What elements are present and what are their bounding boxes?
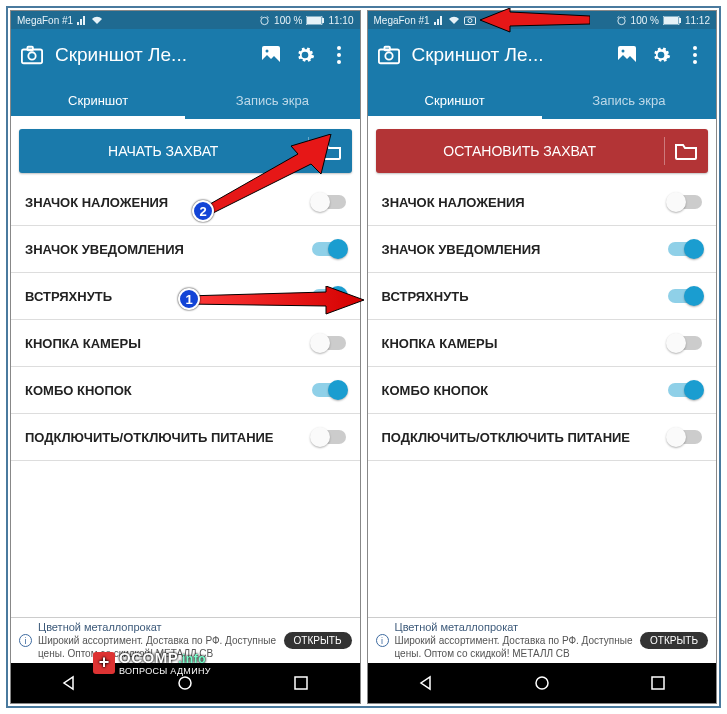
row-combo-buttons[interactable]: КОМБО КНОПОК [11, 367, 360, 414]
svg-point-26 [693, 53, 697, 57]
stop-capture-label: ОСТАНОВИТЬ ЗАХВАТ [376, 143, 665, 159]
svg-marker-32 [480, 8, 590, 32]
tab-screenshot[interactable]: Скриншот [368, 81, 542, 119]
nav-home-icon[interactable] [534, 675, 550, 691]
row-power-toggle[interactable]: ПОДКЛЮЧИТЬ/ОТКЛЮЧИТЬ ПИТАНИЕ [368, 414, 717, 461]
watermark: + OCOMP.info ВОПРОСЫ АДМИНУ [93, 649, 211, 676]
phone-left: MegaFon #1 100 % 11:10 Скриншот Ле... [10, 10, 361, 704]
svg-rect-2 [307, 17, 321, 24]
ad-banner[interactable]: i Цветной металлопрокат Широкий ассортим… [368, 617, 717, 663]
row-combo-buttons[interactable]: КОМБО КНОПОК [368, 367, 717, 414]
alarm-icon [259, 15, 270, 26]
app-bar: Скриншот Ле... [11, 29, 360, 81]
battery-label: 100 % [631, 15, 659, 26]
svg-point-5 [28, 52, 35, 59]
app-logo-icon [21, 44, 43, 66]
nav-back-icon[interactable] [61, 675, 77, 691]
ad-cta-button[interactable]: ОТКРЫТЬ [284, 632, 352, 649]
battery-icon [663, 16, 681, 25]
clock-label: 11:12 [685, 15, 710, 26]
row-power-toggle[interactable]: ПОДКЛЮЧИТЬ/ОТКЛЮЧИТЬ ПИТАНИЕ [11, 414, 360, 461]
ad-title: Цветной металлопрокат [38, 621, 278, 635]
tabs: Скриншот Запись экра [11, 81, 360, 119]
svg-point-0 [261, 17, 268, 24]
switch[interactable] [668, 430, 702, 444]
signal-icon [77, 15, 87, 25]
ad-info-icon[interactable]: i [376, 634, 389, 647]
status-bar: MegaFon #1 100 % 11:10 [11, 11, 360, 29]
tab-record[interactable]: Запись экра [185, 81, 359, 119]
svg-point-9 [337, 46, 341, 50]
annotation-arrow-status [480, 8, 590, 34]
signal-icon [434, 15, 444, 25]
svg-marker-31 [203, 134, 331, 214]
gear-icon[interactable] [294, 44, 316, 66]
ad-info-icon[interactable]: i [19, 634, 32, 647]
overflow-icon[interactable] [328, 44, 350, 66]
row-shake[interactable]: ВСТРЯХНУТЬ [368, 273, 717, 320]
switch[interactable] [312, 430, 346, 444]
nav-back-icon[interactable] [418, 675, 434, 691]
svg-rect-29 [652, 677, 664, 689]
app-title: Скриншот Ле... [55, 44, 248, 66]
settings-list: ЗНАЧОК НАЛОЖЕНИЯ ЗНАЧОК УВЕДОМЛЕНИЯ ВСТР… [368, 179, 717, 617]
ad-cta-button[interactable]: ОТКРЫТЬ [640, 632, 708, 649]
alarm-icon [616, 15, 627, 26]
svg-point-27 [693, 60, 697, 64]
switch[interactable] [668, 289, 702, 303]
svg-point-16 [617, 17, 624, 24]
folder-icon[interactable] [664, 129, 708, 173]
switch[interactable] [668, 195, 702, 209]
switch[interactable] [668, 383, 702, 397]
svg-point-10 [337, 53, 341, 57]
svg-marker-30 [186, 286, 364, 314]
tab-screenshot[interactable]: Скриншот [11, 81, 185, 119]
row-overlay-icon[interactable]: ЗНАЧОК НАЛОЖЕНИЯ [368, 179, 717, 226]
annotation-arrow-1 [186, 286, 366, 316]
switch[interactable] [312, 336, 346, 350]
clock-label: 11:10 [328, 15, 353, 26]
tab-record[interactable]: Запись экра [542, 81, 716, 119]
battery-icon [306, 16, 324, 25]
battery-label: 100 % [274, 15, 302, 26]
carrier-label: MegaFon #1 [17, 15, 73, 26]
nav-home-icon[interactable] [177, 675, 193, 691]
svg-point-28 [536, 677, 548, 689]
watermark-plus-icon: + [93, 652, 115, 674]
svg-point-21 [385, 52, 392, 59]
row-notification-icon[interactable]: ЗНАЧОК УВЕДОМЛЕНИЯ [368, 226, 717, 273]
row-camera-button[interactable]: КНОПКА КАМЕРЫ [11, 320, 360, 367]
svg-point-15 [468, 19, 472, 23]
overflow-icon[interactable] [684, 44, 706, 66]
switch[interactable] [312, 242, 346, 256]
row-camera-button[interactable]: КНОПКА КАМЕРЫ [368, 320, 717, 367]
nav-recent-icon[interactable] [650, 675, 666, 691]
annotation-badge-1: 1 [178, 288, 200, 310]
switch[interactable] [668, 242, 702, 256]
carrier-label: MegaFon #1 [374, 15, 430, 26]
settings-list: ЗНАЧОК НАЛОЖЕНИЯ ЗНАЧОК УВЕДОМЛЕНИЯ ВСТР… [11, 179, 360, 617]
app-bar: Скриншот Ле... [368, 29, 717, 81]
svg-rect-3 [322, 18, 324, 23]
switch[interactable] [668, 336, 702, 350]
annotation-arrow-2 [203, 134, 333, 214]
svg-point-11 [337, 60, 341, 64]
gear-icon[interactable] [650, 44, 672, 66]
gallery-icon[interactable] [260, 44, 282, 66]
annotation-badge-2: 2 [192, 200, 214, 222]
stop-capture-button[interactable]: ОСТАНОВИТЬ ЗАХВАТ [376, 129, 709, 173]
svg-rect-13 [295, 677, 307, 689]
svg-point-24 [622, 50, 625, 53]
nav-recent-icon[interactable] [293, 675, 309, 691]
gallery-icon[interactable] [616, 44, 638, 66]
ad-body: Широкий ассортимент. Доставка по РФ. Дос… [395, 635, 635, 660]
phone-right: MegaFon #1 100 % 11:12 Скриншот Ле... [367, 10, 718, 704]
tabs: Скриншот Запись экра [368, 81, 717, 119]
app-logo-icon [378, 44, 400, 66]
row-notification-icon[interactable]: ЗНАЧОК УВЕДОМЛЕНИЯ [11, 226, 360, 273]
ad-title: Цветной металлопрокат [395, 621, 635, 635]
svg-point-25 [693, 46, 697, 50]
switch[interactable] [312, 383, 346, 397]
svg-point-8 [265, 50, 268, 53]
wifi-icon [91, 15, 103, 25]
